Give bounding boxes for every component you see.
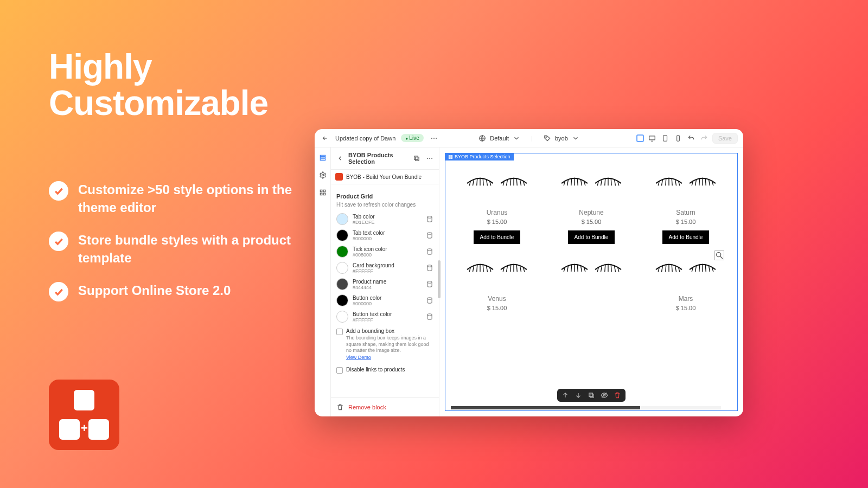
svg-line-69 [705,178,706,186]
exit-icon[interactable] [320,133,330,143]
desktop-icon[interactable] [647,133,657,143]
svg-line-67 [699,178,700,186]
svg-line-60 [666,178,666,186]
color-setting[interactable]: Tab color#D1ECFE [336,211,433,227]
hero-title: Highly Customizable [49,49,298,121]
color-setting[interactable]: Button text color#FFFFFF [336,309,433,325]
svg-rect-6 [649,136,655,139]
hide-icon[interactable] [601,391,608,399]
svg-point-5 [546,136,547,137]
preview-area: BYOB Products Selection Uranus $ 15.00 A… [439,147,743,416]
checkbox-icon[interactable] [336,367,343,374]
app-row[interactable]: BYOB - Build Your Own Bundle [331,170,439,184]
product-price: $ 15.00 [550,219,633,225]
svg-point-20 [427,158,428,159]
db-icon[interactable] [426,248,433,255]
svg-line-90 [577,265,578,272]
add-to-bundle-button[interactable]: Add to Bundle [474,230,521,244]
more-icon[interactable] [425,153,435,163]
svg-point-114 [717,253,721,257]
zone-select[interactable]: Default [477,133,521,143]
remove-block-button[interactable]: Remove block [331,397,439,416]
db-icon[interactable] [426,232,433,239]
svg-rect-116 [590,394,593,397]
db-icon[interactable] [426,264,433,272]
product-image [455,169,539,194]
settings-icon[interactable] [318,170,328,180]
fullscreen-icon[interactable] [636,134,644,142]
svg-point-24 [427,233,432,235]
color-setting[interactable]: Button color#000000 [336,292,433,309]
more-icon[interactable] [429,133,439,143]
svg-rect-11 [320,157,325,158]
color-setting[interactable]: Tick icon color#008000 [336,243,433,260]
svg-rect-19 [414,156,418,159]
svg-line-111 [705,265,706,272]
svg-point-26 [427,265,432,267]
disable-links-option[interactable]: Disable links to products [336,363,433,377]
product-card: Mars $ 15.00 [644,255,727,317]
svg-rect-10 [320,155,325,156]
move-up-icon[interactable] [561,391,569,399]
checkbox-icon[interactable] [336,329,343,335]
db-icon[interactable] [426,297,433,304]
check-icon [49,181,68,201]
svg-rect-18 [416,157,419,160]
feature-item: Customize >50 style options in the theme… [49,181,298,216]
save-button[interactable]: Save [712,133,738,144]
svg-rect-17 [323,193,326,195]
product-name: Neptune [550,209,633,216]
add-to-bundle-button[interactable]: Add to Bundle [662,230,710,244]
db-icon[interactable] [426,215,433,223]
svg-line-41 [516,178,517,186]
apps-icon[interactable] [318,188,328,197]
svg-point-2 [433,138,435,139]
zoom-icon[interactable] [714,251,724,260]
svg-rect-9 [677,135,680,141]
svg-line-55 [611,178,611,186]
theme-name[interactable]: Updated copy of Dawn [335,135,395,142]
view-demo-link[interactable]: View Demo [346,355,371,360]
svg-point-13 [322,174,324,176]
svg-line-39 [510,178,511,186]
color-setting[interactable]: Product name#444444 [336,276,433,292]
color-setting[interactable]: Card background#FFFFFF [336,260,433,276]
template-select[interactable]: byob [542,133,580,143]
delete-icon[interactable] [614,391,621,399]
product-price: $ 15.00 [644,305,727,311]
mobile-icon[interactable] [673,133,683,143]
add-to-bundle-button[interactable]: Add to Bundle [568,230,615,244]
svg-line-48 [577,178,578,186]
sections-icon[interactable] [318,153,328,163]
move-down-icon[interactable] [575,391,582,399]
undo-icon[interactable] [686,133,696,143]
preview-canvas[interactable]: BYOB Products Selection Uranus $ 15.00 A… [445,153,738,411]
product-price: $ 15.00 [455,219,539,225]
svg-line-53 [605,178,605,186]
bounding-box-option[interactable]: Add a bounding box The bounding box keep… [336,325,433,363]
color-setting[interactable]: Tab text color#000000 [336,227,433,243]
svg-line-104 [672,265,672,272]
redo-icon[interactable] [699,133,709,143]
tablet-icon[interactable] [660,133,670,143]
hero: Highly Customizable Customize >50 style … [49,49,298,317]
floating-toolbar[interactable] [557,389,626,402]
theme-editor: Updated copy of Dawn Live Default | byob [315,129,743,416]
horizontal-scrollbar[interactable] [451,406,721,409]
product-card: Neptune $ 15.00 Add to Bundle [550,169,633,244]
product-card: Venus $ 15.00 [455,255,539,317]
back-icon[interactable] [335,153,345,163]
svg-point-1 [431,138,432,139]
db-icon[interactable] [426,280,433,288]
feature-item: Store bundle styles with a product templ… [49,232,298,267]
product-image [644,255,727,280]
product-card: Saturn $ 15.00 Add to Bundle [644,169,727,244]
db-icon[interactable] [426,313,433,320]
svg-rect-8 [663,135,667,141]
product-image [550,255,633,280]
duplicate-icon[interactable] [588,391,595,399]
duplicate-icon[interactable] [412,153,422,163]
svg-rect-16 [320,193,322,195]
svg-point-23 [427,216,432,219]
svg-line-81 [510,265,511,272]
